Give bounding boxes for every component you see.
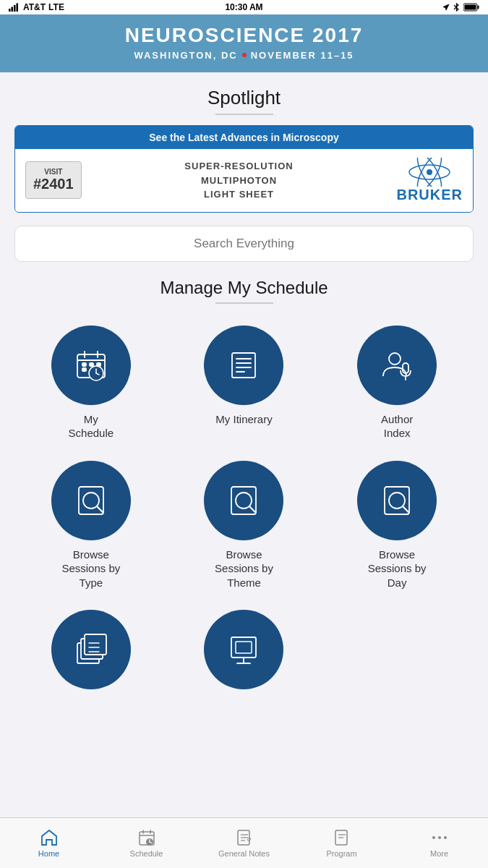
browse-theme-item[interactable]: BrowseSessions byTheme <box>168 461 320 590</box>
svg-line-33 <box>97 506 103 512</box>
tab-schedule-label: Schedule <box>130 849 163 858</box>
browse-day-label: BrowseSessions byDay <box>368 548 427 590</box>
visit-number: #2401 <box>33 176 74 192</box>
my-schedule-button[interactable] <box>51 326 131 405</box>
stack-icon <box>72 630 111 669</box>
battery-icon <box>463 3 479 12</box>
tab-home[interactable]: Home <box>0 828 98 858</box>
spotlight-section-title: Spotlight <box>14 87 474 109</box>
conference-subtitle: WASHINGTON, DC NOVEMBER 11–15 <box>14 50 474 61</box>
svg-marker-4 <box>443 4 449 10</box>
browse-day-button[interactable] <box>357 461 437 540</box>
my-schedule-item[interactable]: MySchedule <box>15 326 167 441</box>
svg-point-11 <box>427 169 432 175</box>
svg-rect-6 <box>478 6 479 9</box>
status-right <box>442 3 479 12</box>
carrier-text: AT&T <box>23 2 46 12</box>
tab-notes[interactable]: General Notes <box>195 828 293 858</box>
dot-divider <box>242 53 247 57</box>
visit-label: VISIT <box>33 168 74 176</box>
svg-rect-2 <box>14 5 16 12</box>
my-schedule-label: MySchedule <box>69 412 114 441</box>
svg-point-65 <box>438 836 441 839</box>
spotlight-card[interactable]: See the Latest Advances in Microscopy VI… <box>14 125 474 213</box>
svg-rect-14 <box>82 363 86 366</box>
grid-row-2: BrowseSessions byType BrowseSessions byT… <box>14 461 474 590</box>
my-itinerary-button[interactable] <box>204 326 283 405</box>
grid-section: MySchedule My Itinerary <box>14 314 474 703</box>
notes-icon <box>235 828 254 847</box>
author-icon <box>377 346 416 385</box>
itinerary-icon <box>224 346 263 385</box>
conference-title: NEUROSCIENCE 2017 <box>14 25 474 47</box>
browse-theme-button[interactable] <box>204 461 283 540</box>
author-index-label: AuthorIndex <box>381 412 413 441</box>
svg-rect-23 <box>232 353 255 378</box>
svg-point-64 <box>432 836 435 839</box>
svg-rect-0 <box>9 9 11 12</box>
svg-rect-1 <box>12 7 14 12</box>
stack-button[interactable] <box>51 610 131 689</box>
search-container[interactable] <box>14 226 474 262</box>
manage-divider <box>215 302 273 304</box>
grid-row-1: MySchedule My Itinerary <box>14 326 474 441</box>
my-itinerary-label: My Itinerary <box>215 412 272 427</box>
search-input[interactable] <box>14 226 474 262</box>
home-icon <box>40 828 59 847</box>
tab-more[interactable]: More <box>390 828 488 858</box>
empty-slot <box>321 610 473 697</box>
tab-more-label: More <box>430 849 448 858</box>
browse-day-icon <box>377 481 416 520</box>
author-index-button[interactable] <box>357 326 437 405</box>
tab-bar: Home Schedule General Notes <box>0 817 488 868</box>
browse-type-icon <box>72 481 111 520</box>
svg-rect-49 <box>236 642 252 653</box>
spotlight-body: VISIT #2401 SUPER-RESOLUTIONMULTIPHOTONL… <box>15 149 473 212</box>
tab-program[interactable]: Program <box>293 828 390 858</box>
author-index-item[interactable]: AuthorIndex <box>321 326 473 441</box>
bruker-logo: BRUKER <box>396 158 463 203</box>
tab-program-label: Program <box>326 849 356 858</box>
grid-row-3 <box>14 610 474 702</box>
board-icon <box>224 630 263 669</box>
bluetooth-icon <box>453 3 460 12</box>
tab-schedule[interactable]: Schedule <box>98 828 195 858</box>
signal-icon <box>9 3 20 12</box>
browse-type-label: BrowseSessions byType <box>61 548 120 590</box>
main-content: Spotlight See the Latest Advances in Mic… <box>0 72 488 761</box>
browse-theme-label: BrowseSessions byTheme <box>215 548 273 590</box>
calendar-icon <box>72 346 111 385</box>
stack-item[interactable] <box>15 610 167 697</box>
conference-dates: NOVEMBER 11–15 <box>251 50 354 61</box>
spotlight-banner[interactable]: See the Latest Advances in Microscopy <box>15 126 473 149</box>
svg-rect-3 <box>17 4 19 12</box>
browse-day-item[interactable]: BrowseSessions byDay <box>321 461 473 590</box>
spotlight-product-text: SUPER-RESOLUTIONMULTIPHOTONLIGHT SHEET <box>92 159 387 202</box>
network-type: LTE <box>48 2 64 12</box>
schedule-tab-icon <box>137 828 156 847</box>
board-item[interactable] <box>168 610 320 697</box>
tab-notes-label: General Notes <box>218 849 270 858</box>
more-icon <box>430 828 449 847</box>
spotlight-divider <box>215 114 273 115</box>
svg-rect-46 <box>231 637 256 658</box>
svg-line-39 <box>403 506 408 512</box>
browse-type-item[interactable]: BrowseSessions byType <box>15 461 167 590</box>
svg-rect-15 <box>90 363 93 366</box>
browse-type-button[interactable] <box>51 461 131 540</box>
svg-point-66 <box>444 836 447 839</box>
header-banner: NEUROSCIENCE 2017 WASHINGTON, DC NOVEMBE… <box>0 14 488 72</box>
svg-line-36 <box>249 506 255 512</box>
board-button[interactable] <box>204 610 283 689</box>
manage-title: Manage My Schedule <box>14 278 474 298</box>
svg-rect-7 <box>465 5 476 10</box>
tab-home-label: Home <box>38 849 59 858</box>
svg-rect-17 <box>82 368 86 371</box>
bruker-atom-icon <box>408 158 451 187</box>
svg-point-28 <box>389 353 401 365</box>
program-icon <box>333 828 351 847</box>
my-itinerary-item[interactable]: My Itinerary <box>168 326 320 441</box>
bruker-text: BRUKER <box>396 187 463 203</box>
conference-location: WASHINGTON, DC <box>134 50 237 61</box>
browse-theme-icon <box>224 481 263 520</box>
